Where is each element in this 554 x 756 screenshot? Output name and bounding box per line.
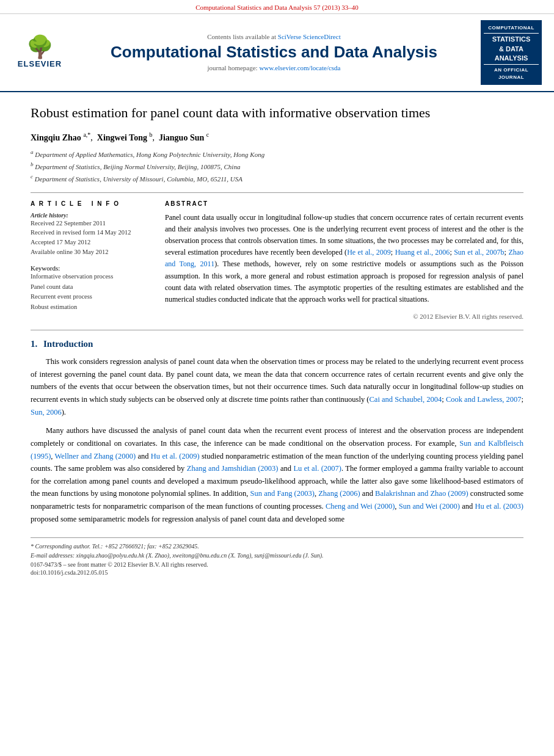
article-info-heading: A R T I C L E I N F O bbox=[31, 200, 153, 207]
ref-cheng2000[interactable]: Cheng and Wei (2000) bbox=[326, 502, 395, 511]
author-tong: Xingwei Tong bbox=[97, 133, 147, 142]
ref-wellner2000[interactable]: Wellner and Zhang (2000) bbox=[55, 452, 136, 460]
keywords-label: Keywords: bbox=[31, 264, 153, 272]
zhao-affil: a,* bbox=[83, 131, 90, 138]
affiliations-block: a Department of Applied Mathematics, Hon… bbox=[31, 148, 523, 185]
ref-sunwei2000[interactable]: Sun and Wei (2000) bbox=[399, 502, 460, 511]
intro-heading: 1. Introduction bbox=[31, 339, 523, 349]
homepage-label: journal homepage: bbox=[208, 64, 258, 71]
intro-para-2: Many authors have discussed the analysis… bbox=[31, 424, 523, 525]
history-block: Article history: Received 22 September 2… bbox=[31, 212, 153, 257]
abstract-col: ABSTRACT Panel count data usually occur … bbox=[165, 200, 523, 321]
main-content: Robust estimation for panel count data w… bbox=[0, 92, 554, 589]
history-label: Article history: bbox=[31, 212, 153, 219]
abstract-heading: ABSTRACT bbox=[165, 200, 523, 207]
author-sun: Jianguo Sun bbox=[159, 133, 204, 142]
footnote-block: * Corresponding author. Tel.: +852 27666… bbox=[31, 542, 523, 560]
sciverse-link[interactable]: SciVerse ScienceDirect bbox=[278, 33, 341, 40]
elsevier-wordmark: ELSEVIER bbox=[18, 59, 62, 68]
homepage-line: journal homepage: www.elsevier.com/locat… bbox=[77, 64, 471, 71]
footnote-emails: E-mail addresses: xingqiu.zhao@polyu.edu… bbox=[31, 551, 523, 560]
ref-zhang2003[interactable]: Zhang and Jamshidian (2003) bbox=[187, 464, 279, 473]
journal-title: Computational Statistics and Data Analys… bbox=[77, 43, 471, 62]
ref-hu2009[interactable]: Hu et al. (2009) bbox=[151, 452, 200, 460]
keyword-1: Informative observation process bbox=[31, 272, 153, 282]
keywords-block: Keywords: Informative observation proces… bbox=[31, 264, 153, 313]
abstract-text: Panel count data usually occur in longit… bbox=[165, 212, 523, 306]
ref-cook2007[interactable]: Cook and Lawless, 2007 bbox=[446, 395, 522, 404]
authors-line: Xingqiu Zhao a,*, Xingwei Tong b, Jiangu… bbox=[31, 131, 523, 143]
intro-title: Introduction bbox=[43, 339, 93, 349]
affil-b: b Department of Statistics, Beijing Norm… bbox=[31, 160, 523, 172]
journal-logo-right: COMPUTATIONAL STATISTICS& DATAANALYSIS A… bbox=[481, 20, 542, 85]
elsevier-logo: 🌳 ELSEVIER bbox=[12, 36, 67, 68]
tong-affil: b bbox=[149, 131, 152, 138]
journal-citation-bar: Computational Statistics and Data Analys… bbox=[0, 0, 554, 14]
sun-affil: c bbox=[206, 131, 209, 138]
ref-he2009[interactable]: He et al., 2009 bbox=[347, 248, 391, 256]
journal-title-block: Contents lists available at SciVerse Sci… bbox=[77, 33, 471, 71]
logo-top-text: COMPUTATIONAL bbox=[484, 24, 539, 31]
logo-main-title: STATISTICS& DATAANALYSIS bbox=[484, 33, 539, 65]
footnote-divider bbox=[31, 537, 523, 538]
keyword-4: Robust estimation bbox=[31, 302, 153, 313]
section-number: 1. bbox=[31, 339, 37, 349]
tree-icon: 🌳 bbox=[26, 36, 54, 58]
intro-para-1: This work considers regression analysis … bbox=[31, 355, 523, 418]
revised-date: Received in revised form 14 May 2012 bbox=[31, 228, 153, 238]
ref-cai2004[interactable]: Cai and Schaubel, 2004 bbox=[370, 395, 442, 404]
affil-a: a Department of Applied Mathematics, Hon… bbox=[31, 148, 523, 160]
ref-zhang2006[interactable]: Zhang (2006) bbox=[318, 489, 360, 498]
affil-c: c Department of Statistics, University o… bbox=[31, 172, 523, 184]
issn-line: 0167-9473/$ – see front matter © 2012 El… bbox=[31, 561, 523, 568]
footnote-star: * Corresponding author. Tel.: +852 27666… bbox=[31, 542, 523, 551]
accepted-date: Accepted 17 May 2012 bbox=[31, 238, 153, 247]
journal-logo-box: COMPUTATIONAL STATISTICS& DATAANALYSIS A… bbox=[481, 20, 542, 85]
section-divider bbox=[31, 330, 523, 330]
introduction-section: 1. Introduction This work considers regr… bbox=[31, 339, 523, 525]
journal-header: 🌳 ELSEVIER Contents lists available at S… bbox=[0, 14, 554, 92]
available-date: Available online 30 May 2012 bbox=[31, 247, 153, 257]
ref-sun2006[interactable]: Sun, 2006 bbox=[31, 408, 62, 416]
journal-citation-text: Computational Statistics and Data Analys… bbox=[195, 4, 359, 11]
sciverse-line: Contents lists available at SciVerse Sci… bbox=[77, 33, 471, 40]
contents-label: Contents lists available at bbox=[207, 33, 276, 40]
author-zhao: Xingqiu Zhao bbox=[31, 133, 81, 142]
article-info-abstract-cols: A R T I C L E I N F O Article history: R… bbox=[31, 192, 523, 321]
homepage-link[interactable]: www.elsevier.com/locate/csda bbox=[259, 64, 340, 71]
keyword-2: Panel count data bbox=[31, 282, 153, 293]
ref-sun2003[interactable]: Sun and Fang (2003) bbox=[250, 489, 315, 498]
ref-huang2006[interactable]: Huang et al., 2006 bbox=[395, 248, 450, 256]
copyright-line: © 2012 Elsevier B.V. All rights reserved… bbox=[165, 310, 523, 320]
doi-line: doi:10.1016/j.csda.2012.05.015 bbox=[31, 569, 523, 576]
ref-bala2009[interactable]: Balakrishnan and Zhao (2009) bbox=[375, 489, 468, 498]
article-title: Robust estimation for panel count data w… bbox=[31, 104, 523, 122]
logo-bottom-text: AN OFFICIAL JOURNAL bbox=[484, 67, 539, 80]
received-date: Received 22 September 2011 bbox=[31, 219, 153, 228]
article-info-col: A R T I C L E I N F O Article history: R… bbox=[31, 200, 153, 321]
ref-lu2007[interactable]: Lu et al. (2007) bbox=[293, 464, 341, 473]
ref-hu2003[interactable]: Hu et al. (2003) bbox=[475, 502, 523, 511]
ref-sun2007b[interactable]: Sun et al., 2007b bbox=[454, 248, 504, 256]
keyword-3: Recurrent event process bbox=[31, 292, 153, 302]
